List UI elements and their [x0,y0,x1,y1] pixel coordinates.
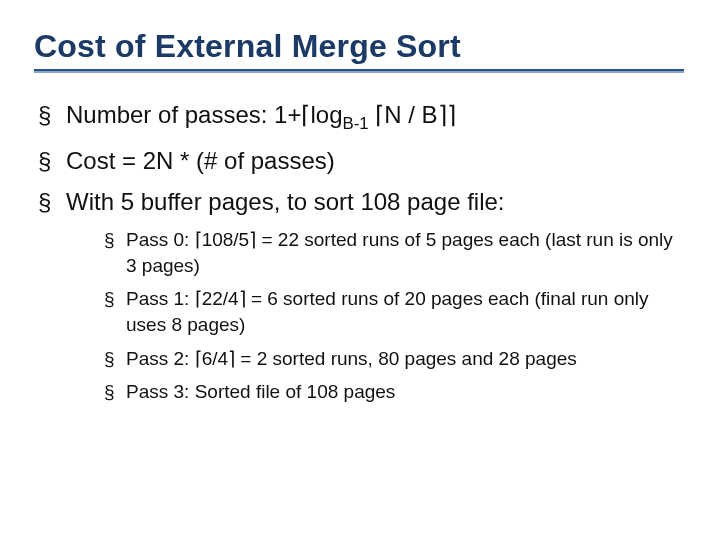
bullet-passes-subscript: B-1 [342,114,368,133]
sub-bullet-pass2-text: Pass 2: ⌈6/4⌉ = 2 sorted runs, 80 pages … [126,348,577,369]
bullet-example-text: With 5 buffer pages, to sort 108 page fi… [66,188,505,215]
sub-bullet-pass0: Pass 0: ⌈108/5⌉ = 22 sorted runs of 5 pa… [104,227,684,278]
page-title: Cost of External Merge Sort [34,28,692,65]
main-bullet-list: Number of passes: 1+⌈logB-1 ⌈N / B⌉⌉ Cos… [34,99,692,405]
sub-bullet-pass3: Pass 3: Sorted file of 108 pages [104,379,684,405]
sub-bullet-pass1-text: Pass 1: ⌈22/4⌉ = 6 sorted runs of 20 pag… [126,288,649,335]
slide: Cost of External Merge Sort Number of pa… [0,0,720,443]
bullet-passes: Number of passes: 1+⌈logB-1 ⌈N / B⌉⌉ [38,99,692,135]
bullet-cost: Cost = 2N * (# of passes) [38,145,692,176]
sub-bullet-list: Pass 0: ⌈108/5⌉ = 22 sorted runs of 5 pa… [66,227,692,405]
bullet-passes-text2: ⌈N / B⌉⌉ [369,101,456,128]
sub-bullet-pass2: Pass 2: ⌈6/4⌉ = 2 sorted runs, 80 pages … [104,346,684,372]
title-underline [34,69,684,73]
bullet-cost-text: Cost = 2N * (# of passes) [66,147,335,174]
bullet-example: With 5 buffer pages, to sort 108 page fi… [38,186,692,405]
bullet-passes-text1: Number of passes: 1+⌈log [66,101,342,128]
sub-bullet-pass0-text: Pass 0: ⌈108/5⌉ = 22 sorted runs of 5 pa… [126,229,673,276]
sub-bullet-pass3-text: Pass 3: Sorted file of 108 pages [126,381,395,402]
sub-bullet-pass1: Pass 1: ⌈22/4⌉ = 6 sorted runs of 20 pag… [104,286,684,337]
